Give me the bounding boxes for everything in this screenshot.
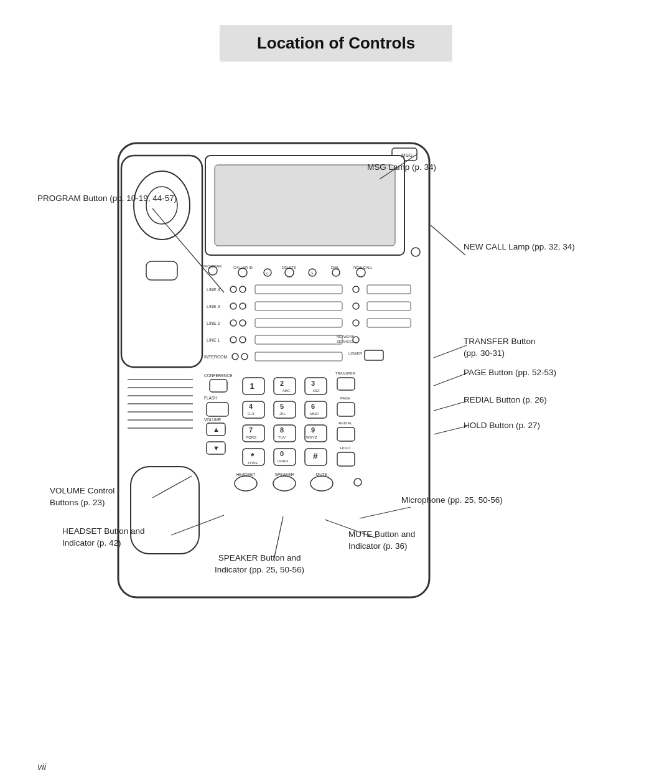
svg-text:JKL: JKL [279, 412, 286, 416]
svg-text:LINE 1: LINE 1 [207, 338, 220, 342]
svg-text:8: 8 [280, 426, 284, 434]
svg-point-40 [240, 303, 246, 309]
svg-point-58 [232, 353, 238, 360]
svg-point-45 [230, 320, 236, 326]
svg-rect-113 [337, 452, 355, 466]
svg-point-33 [230, 286, 236, 292]
page-title: Location of Controls [257, 34, 415, 52]
svg-rect-53 [255, 335, 342, 344]
svg-text:ABC: ABC [282, 389, 291, 393]
page-number: vii [37, 761, 46, 772]
svg-point-17 [411, 248, 420, 256]
svg-point-20 [238, 268, 247, 277]
redial-button-label: REDIAL Button (p. 26) [464, 394, 547, 406]
page-title-box: Location of Controls [220, 25, 452, 62]
svg-rect-60 [255, 352, 342, 361]
svg-point-24 [285, 268, 294, 277]
svg-text:4: 4 [249, 403, 253, 410]
svg-text:7: 7 [249, 426, 253, 434]
svg-point-48 [353, 320, 359, 326]
svg-point-28 [332, 269, 340, 276]
svg-line-127 [434, 426, 467, 434]
svg-line-126 [434, 401, 467, 411]
svg-text:9: 9 [311, 426, 315, 434]
svg-point-117 [273, 476, 296, 491]
headset-button-label: HEADSET Button and Indicator (p. 42) [62, 526, 145, 549]
svg-rect-111 [337, 427, 355, 441]
svg-text:TUV: TUV [278, 436, 286, 439]
svg-point-3 [146, 187, 177, 224]
svg-text:PAGE: PAGE [340, 396, 350, 400]
speaker-button-label: SPEAKER Button and Indicator (pp. 25, 50… [215, 553, 304, 576]
svg-rect-41 [255, 302, 342, 310]
svg-rect-4 [146, 261, 177, 280]
svg-text:TRANSFER: TRANSFER [335, 371, 356, 375]
msg-lamp-label: MSG Lamp (p. 34) [367, 162, 436, 174]
svg-text:▲: ▲ [213, 426, 220, 433]
svg-rect-37 [367, 285, 411, 294]
svg-point-36 [353, 286, 359, 292]
svg-rect-16 [215, 165, 395, 246]
svg-point-59 [241, 353, 248, 360]
svg-line-125 [434, 373, 467, 386]
svg-text:2: 2 [280, 380, 284, 387]
svg-text:CONFERENCE: CONFERENCE [204, 373, 233, 378]
svg-point-42 [353, 303, 359, 309]
diagram-area: MSG PROGRAM CALLER ID < DELETE > DIAL [31, 87, 641, 747]
svg-text:VOLUME: VOLUME [204, 418, 222, 422]
svg-text:OPER: OPER [278, 459, 289, 463]
svg-text:SERVICES: SERVICES [337, 340, 354, 343]
svg-text:DELETE: DELETE [282, 266, 296, 269]
svg-rect-49 [367, 319, 411, 327]
svg-text:HOLD: HOLD [340, 446, 351, 450]
svg-text:3: 3 [311, 380, 315, 387]
svg-text:DIAL: DIAL [331, 266, 340, 269]
svg-rect-109 [337, 403, 355, 416]
svg-point-39 [230, 303, 236, 309]
mute-button-label: MUTE Button and Indicator (p. 36) [348, 529, 415, 553]
svg-rect-47 [255, 319, 342, 327]
microphone-label: Microphone (pp. 25, 50-56) [401, 495, 503, 506]
svg-text:WXYZ: WXYZ [306, 436, 317, 439]
svg-text:NETWORK: NETWORK [337, 335, 354, 338]
hold-button-label: HOLD Button (p. 27) [464, 420, 540, 432]
svg-text:GHI: GHI [248, 412, 254, 416]
svg-text:>: > [310, 271, 314, 276]
svg-rect-66 [207, 403, 228, 416]
volume-control-label: VOLUME Control Buttons (p. 23) [50, 485, 114, 509]
program-button-label: PROGRAM Button (pp. 10-19, 44-57) [37, 193, 177, 205]
svg-point-115 [235, 476, 257, 491]
svg-text:MNO: MNO [310, 412, 319, 416]
svg-text:INTERCOM: INTERCOM [204, 355, 228, 359]
svg-text:0: 0 [280, 450, 284, 457]
svg-text:LINE 3: LINE 3 [207, 304, 220, 309]
svg-text:*: * [251, 451, 254, 461]
transfer-button-label: TRANSFER Button (pp. 30-31) [464, 336, 536, 360]
svg-text:FLASH: FLASH [204, 396, 217, 400]
svg-point-119 [310, 476, 333, 491]
svg-text:1: 1 [250, 381, 254, 391]
svg-line-124 [434, 345, 467, 358]
new-call-lamp-label: NEW CALL Lamp (pp. 32, 34) [464, 241, 575, 253]
svg-point-51 [230, 337, 236, 343]
svg-text:REDIAL: REDIAL [338, 421, 352, 425]
svg-rect-62 [365, 350, 383, 360]
svg-text:<: < [266, 271, 269, 276]
svg-rect-43 [367, 302, 411, 310]
svg-text:CALLER ID: CALLER ID [233, 266, 253, 269]
svg-line-123 [431, 225, 465, 255]
svg-point-34 [240, 286, 246, 292]
svg-point-56 [353, 337, 359, 343]
svg-text:PQRS: PQRS [246, 436, 256, 439]
svg-point-30 [357, 268, 365, 277]
svg-text:5: 5 [280, 403, 284, 410]
svg-text:LINE 4: LINE 4 [207, 287, 220, 292]
svg-point-120 [354, 478, 362, 486]
svg-text:▼: ▼ [213, 444, 220, 452]
svg-text:#: # [313, 451, 318, 461]
svg-text:NEW CALL: NEW CALL [353, 266, 373, 269]
svg-rect-64 [210, 380, 227, 392]
svg-text:PROGRAM: PROGRAM [202, 264, 222, 268]
svg-text:LINE 2: LINE 2 [207, 321, 220, 325]
svg-text:6: 6 [311, 403, 315, 410]
